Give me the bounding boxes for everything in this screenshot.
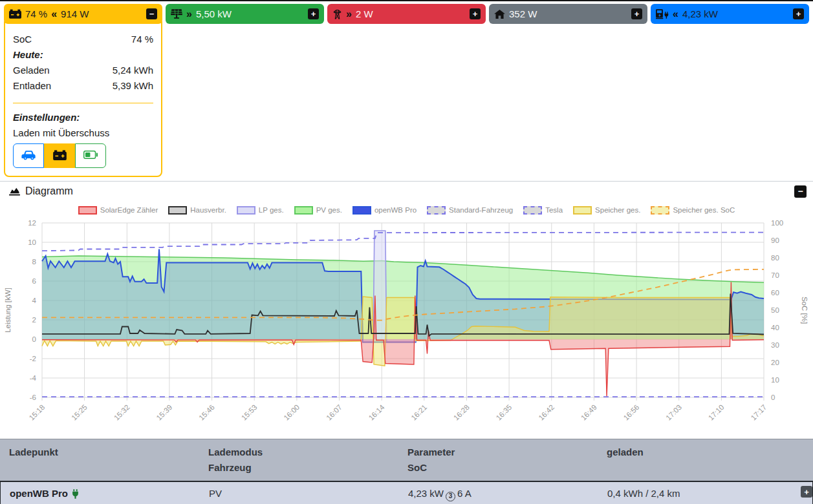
mode-button-vehicle-priority[interactable] [13, 143, 44, 168]
legend-label: Tesla [545, 206, 563, 214]
chevron-left-icon: « [51, 8, 57, 20]
legend-swatch [352, 206, 371, 215]
chargepoint-name-cell: openWB Pro [1, 486, 200, 501]
chargepoint-card[interactable]: « 4,23 kW + [651, 4, 809, 24]
chargepoint-expand-button[interactable]: + [793, 8, 804, 19]
discharged-label: Entladen [13, 78, 51, 94]
battery-column: 74 % « 914 W − SoC 74 % Heute: Geladen 5… [4, 4, 162, 177]
svg-text:16:07: 16:07 [325, 403, 343, 422]
car-icon [21, 150, 36, 162]
power-chart-svg: 121086420-2-4-6100908070605040302010015:… [0, 218, 813, 435]
legend-swatch [237, 206, 255, 215]
legend-label: openWB Pro [374, 206, 417, 214]
pv-expand-button[interactable]: + [308, 8, 319, 19]
charged-amount: 0,4 kWh / 2,4 km [607, 486, 770, 501]
house-column: 352 W + [489, 4, 647, 177]
legend-item: SolarEdge Zähler [78, 206, 158, 215]
svg-text:17:03: 17:03 [664, 403, 683, 422]
svg-text:60: 60 [771, 289, 779, 297]
svg-text:16:00: 16:00 [282, 403, 301, 422]
chargepoint-power-value: 4,23 kW [682, 8, 718, 19]
house-power-value: 352 W [509, 8, 537, 19]
svg-text:16:56: 16:56 [622, 403, 641, 422]
svg-text:10: 10 [771, 376, 779, 384]
battery-panel: SoC 74 % Heute: Geladen 5,24 kWh Entlade… [4, 21, 162, 177]
grid-column: » 2 W + [327, 4, 486, 177]
power-chart: 121086420-2-4-6100908070605040302010015:… [0, 218, 813, 435]
svg-text:15:25: 15:25 [70, 403, 89, 422]
house-icon [494, 10, 505, 19]
plug-icon [72, 489, 79, 499]
header-geladen: geladen [598, 445, 769, 460]
svg-text:16:14: 16:14 [367, 403, 386, 422]
svg-text:10: 10 [28, 238, 36, 246]
mode-button-battery-priority[interactable] [44, 143, 75, 168]
chargepoint-table: Ladepunkt Lademodus Fahrzeug Parameter S… [0, 439, 813, 504]
table-row[interactable]: openWB Pro PV Standard-Fahrzeug 4,23 kW3… [0, 481, 813, 504]
house-expand-button[interactable]: + [631, 8, 642, 19]
grid-card[interactable]: » 2 W + [327, 4, 486, 24]
svg-text:17:10: 17:10 [707, 403, 726, 422]
svg-text:-2: -2 [30, 355, 36, 362]
battery-half-icon [83, 151, 98, 161]
pv-power-value: 5,50 kW [196, 8, 232, 19]
row-expand-button[interactable]: + [801, 486, 812, 498]
chevron-right-icon: » [186, 8, 192, 20]
svg-text:16:28: 16:28 [452, 403, 471, 422]
car-battery-icon [9, 9, 21, 19]
legend-item: openWB Pro [352, 206, 417, 215]
house-card[interactable]: 352 W + [489, 4, 647, 24]
soc-label: SoC [13, 32, 32, 47]
transmission-tower-icon [332, 9, 342, 19]
car-battery-icon [53, 150, 67, 162]
legend-swatch [573, 206, 592, 215]
legend-swatch [427, 206, 446, 215]
svg-text:16:42: 16:42 [537, 403, 556, 422]
legend-label: Speicher ges. [595, 206, 640, 214]
svg-text:15:39: 15:39 [155, 403, 174, 422]
header-lademodus-fahrzeug: Lademodus Fahrzeug [199, 445, 398, 476]
battery-power-value: 914 W [61, 8, 89, 19]
legend-swatch [168, 206, 187, 215]
svg-text:90: 90 [771, 236, 779, 244]
pv-card[interactable]: » 5,50 kW + [166, 4, 324, 24]
mode-button-battery-reserve[interactable] [75, 143, 106, 168]
legend-label: PV ges. [316, 206, 342, 214]
chart-area-icon [9, 187, 20, 196]
grid-expand-button[interactable]: + [470, 8, 481, 19]
solar-panel-icon [171, 9, 182, 19]
soc-value: 74 % [131, 32, 153, 47]
svg-text:4: 4 [32, 297, 37, 304]
legend-label: Hausverbr. [190, 206, 226, 214]
charge-parameter: 4,23 kW36 A [408, 486, 598, 501]
svg-text:15:32: 15:32 [113, 403, 131, 422]
battery-collapse-button[interactable]: − [146, 8, 157, 19]
diagram-collapse-button[interactable]: − [794, 185, 807, 198]
pv-column: » 5,50 kW + [166, 4, 324, 177]
battery-soc-value: 74 % [25, 8, 47, 19]
battery-card[interactable]: 74 % « 914 W − [4, 4, 162, 24]
legend-label: LP ges. [259, 206, 284, 214]
battery-mode-text: Laden mit Überschuss [13, 125, 153, 141]
chevron-left-icon: « [673, 8, 678, 20]
battery-mode-group [13, 143, 106, 168]
svg-text:SoC [%]: SoC [%] [801, 297, 808, 324]
legend-swatch [78, 206, 97, 215]
svg-text:70: 70 [771, 271, 779, 279]
mode-vehicle-cell: PV Standard-Fahrzeug [200, 486, 399, 504]
svg-text:0: 0 [32, 335, 36, 343]
svg-text:100: 100 [771, 219, 783, 227]
legend-item: Speicher ges. [573, 206, 640, 215]
svg-text:15:18: 15:18 [28, 403, 47, 422]
parameter-soc-cell: 4,23 kW36 A 0 %↻ [399, 486, 598, 504]
svg-text:6: 6 [32, 277, 36, 285]
settings-label: Einstellungen: [13, 110, 153, 125]
svg-text:12: 12 [28, 219, 36, 227]
legend-swatch [523, 206, 542, 215]
legend-item: Standard-Fahrzeug [427, 206, 513, 215]
svg-text:0: 0 [771, 394, 775, 401]
diagram-section: Diagramm − SolarEdge ZählerHausverbr.LP … [0, 181, 813, 435]
charge-mode: PV [209, 486, 399, 501]
header-parameter-soc: Parameter SoC [398, 445, 598, 476]
panel-divider [13, 103, 153, 103]
